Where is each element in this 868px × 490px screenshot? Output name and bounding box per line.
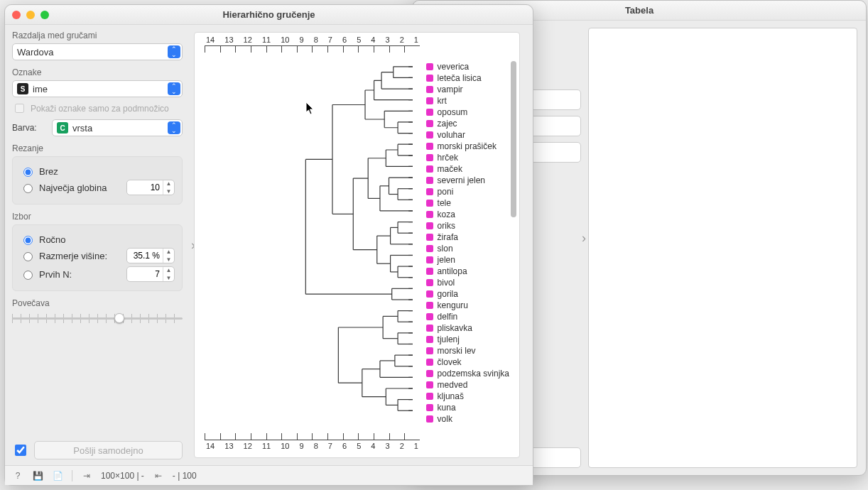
sel-height-row[interactable]: Razmerje višine: ▲▼: [20, 248, 175, 263]
subset-checkbox-row[interactable]: Pokaži oznake samo za podmnožico: [12, 102, 183, 115]
leaf-item[interactable]: poni: [426, 186, 509, 197]
axis-tick: 11: [262, 36, 271, 44]
class-color-icon: [426, 154, 433, 161]
sel-height-input[interactable]: [127, 251, 163, 261]
leaf-item[interactable]: volk: [426, 413, 509, 425]
traffic-lights[interactable]: [12, 11, 49, 19]
pruning-depth-label: Največja globina: [39, 183, 107, 193]
class-color-icon: [426, 200, 433, 207]
traffic-max[interactable]: [40, 11, 49, 19]
step-down-icon[interactable]: ▼: [163, 274, 174, 282]
step-down-icon[interactable]: ▼: [163, 187, 174, 195]
leaf-label: morski lev: [438, 346, 476, 356]
pruning-none-row[interactable]: Brez: [20, 165, 175, 177]
report-icon[interactable]: 📄: [52, 470, 63, 481]
sel-height-radio[interactable]: [23, 252, 33, 261]
scrollbar-vertical[interactable]: [511, 61, 516, 217]
color-select[interactable]: C vrsta ⌃⌄: [52, 119, 183, 136]
leaf-item[interactable]: veverica: [426, 61, 509, 72]
traffic-close[interactable]: [12, 11, 21, 19]
pruning-depth-radio[interactable]: [23, 184, 33, 193]
traffic-min[interactable]: [26, 11, 35, 19]
annotation-select[interactable]: S ime ⌃⌄: [12, 80, 183, 97]
leaf-item[interactable]: vampir: [426, 84, 509, 95]
leaf-item[interactable]: voluhar: [426, 129, 509, 141]
leaf-item[interactable]: severni jelen: [426, 175, 509, 186]
leaf-item[interactable]: morski prašiček: [426, 141, 509, 152]
leaf-label: kenguru: [438, 300, 468, 310]
leaf-label: tjulenj: [438, 334, 460, 344]
leaf-label: slon: [438, 244, 453, 254]
chevron-right-icon[interactable]: ›: [582, 231, 586, 246]
sel-topn-input[interactable]: [127, 269, 163, 279]
sel-topn-radio[interactable]: [23, 271, 33, 280]
send-button[interactable]: Pošlji samodejno: [34, 441, 183, 459]
class-color-icon: [426, 359, 433, 366]
leaf-item[interactable]: kljunaš: [426, 391, 509, 402]
status-output: - | 100: [173, 471, 197, 481]
step-up-icon[interactable]: ▲: [163, 248, 174, 256]
leaf-item[interactable]: gorila: [426, 288, 509, 300]
zoom-slider[interactable]: [12, 311, 183, 325]
leaf-item[interactable]: oriks: [426, 220, 509, 232]
leaf-item[interactable]: morski lev: [426, 345, 509, 356]
tabela-grid[interactable]: [588, 28, 857, 468]
leaf-item[interactable]: bivol: [426, 277, 509, 288]
leaf-item[interactable]: oposum: [426, 107, 509, 118]
leaf-item[interactable]: žirafa: [426, 232, 509, 243]
save-icon[interactable]: 💾: [32, 470, 43, 481]
window-clustering: Hierarhično gručenje Razdalja med gručam…: [4, 4, 533, 486]
chevron-updown-icon: ⌃⌄: [168, 82, 180, 95]
leaf-item[interactable]: človek: [426, 356, 509, 368]
step-up-icon[interactable]: ▲: [163, 266, 174, 274]
step-up-icon[interactable]: ▲: [163, 180, 174, 187]
leaf-item[interactable]: kuna: [426, 402, 509, 413]
leaf-label: poni: [438, 187, 454, 197]
step-down-icon[interactable]: ▼: [163, 256, 174, 263]
window-title: Tabela: [625, 5, 653, 16]
leaf-item[interactable]: antilopa: [426, 266, 509, 277]
sel-topn-spin[interactable]: ▲▼: [126, 266, 175, 282]
class-color-icon: [426, 279, 433, 286]
axis-tick: 4: [371, 442, 375, 450]
pruning-depth-spin[interactable]: ▲▼: [126, 180, 175, 195]
axis-tick: 8: [314, 442, 318, 450]
pruning-none-radio[interactable]: [23, 168, 33, 177]
leaf-item[interactable]: podzemska svinjka: [426, 368, 509, 379]
sel-height-spin[interactable]: ▲▼: [126, 248, 175, 263]
auto-send-checkbox[interactable]: [15, 445, 26, 456]
sel-manual-row[interactable]: Ročno: [20, 234, 175, 245]
leaf-item[interactable]: kenguru: [426, 300, 509, 311]
subset-checkbox: [15, 104, 24, 113]
leaf-item[interactable]: tele: [426, 197, 509, 209]
leaf-item[interactable]: leteča lisica: [426, 72, 509, 84]
help-icon[interactable]: ?: [12, 470, 23, 481]
sel-manual-radio[interactable]: [23, 236, 33, 245]
leaf-item[interactable]: delfin: [426, 311, 509, 322]
annotation-value: ime: [33, 84, 48, 94]
leaf-item[interactable]: medved: [426, 379, 509, 391]
titlebar-main[interactable]: Hierarhično gručenje: [5, 5, 533, 25]
pruning-depth-input[interactable]: [127, 183, 163, 192]
sel-topn-row[interactable]: Prvih N: ▲▼: [20, 266, 175, 282]
leaf-item[interactable]: koza: [426, 209, 509, 220]
linkage-select[interactable]: Wardova ⌃⌄: [12, 43, 183, 60]
leaf-item[interactable]: slon: [426, 243, 509, 254]
leaf-item[interactable]: zajec: [426, 118, 509, 129]
leaf-label: delfin: [438, 312, 458, 322]
leaf-item[interactable]: krt: [426, 95, 509, 107]
pruning-none-label: Brez: [39, 166, 58, 177]
leaf-item[interactable]: tjulenj: [426, 334, 509, 345]
leaf-item[interactable]: pliskavka: [426, 322, 509, 334]
panel-pruning: Rezanje Brez Največja globina ▲▼: [12, 143, 183, 205]
leaf-item[interactable]: maček: [426, 163, 509, 175]
class-color-icon: [426, 245, 433, 252]
leaf-label: gorila: [438, 289, 458, 299]
dendrogram-canvas[interactable]: 1413121110987654321 1413121110987654321 …: [194, 32, 520, 458]
pruning-depth-row[interactable]: Največja globina ▲▼: [20, 180, 175, 195]
leaf-item[interactable]: jelen: [426, 254, 509, 266]
leaf-item[interactable]: hrček: [426, 152, 509, 163]
slider-thumb[interactable]: [114, 313, 124, 323]
annotations-label: Oznake: [12, 67, 183, 77]
class-color-icon: [426, 75, 433, 82]
